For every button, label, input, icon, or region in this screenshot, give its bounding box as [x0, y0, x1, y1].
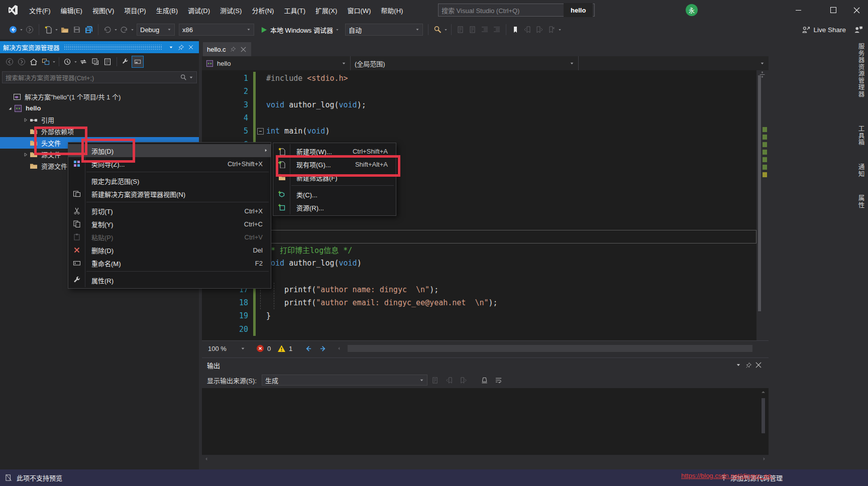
- chevron-down-icon[interactable]: [189, 75, 193, 80]
- navigate-back-icon[interactable]: [304, 343, 312, 353]
- indent-gray-icon[interactable]: [491, 24, 502, 36]
- chevron-down-icon[interactable]: [19, 24, 24, 36]
- watermark-link[interactable]: https://blog.csdn.net/dingyc_ee.: [681, 472, 773, 479]
- output-source-dropdown[interactable]: 生成: [262, 375, 427, 386]
- nav-member-dropdown[interactable]: [579, 56, 769, 70]
- scroll-up-icon[interactable]: [759, 389, 767, 395]
- bookmark-icon[interactable]: [510, 24, 521, 36]
- pin-icon[interactable]: [176, 42, 186, 52]
- tab-hello-c[interactable]: hello.c: [203, 42, 251, 56]
- doc-gray-icon[interactable]: [455, 24, 466, 36]
- chevron-down-icon[interactable]: [52, 60, 56, 64]
- menubar-item-1[interactable]: 编辑(E): [56, 0, 87, 20]
- search-icon[interactable]: [180, 74, 187, 81]
- chevron-down-icon[interactable]: [558, 24, 562, 36]
- output-content[interactable]: [202, 388, 769, 455]
- output-vertical-scrollbar[interactable]: [759, 389, 767, 454]
- bookmark-prev-icon[interactable]: [444, 375, 456, 386]
- live-share-button[interactable]: Live Share: [799, 26, 846, 34]
- forward-icon[interactable]: [24, 24, 35, 36]
- word-wrap-icon[interactable]: [493, 375, 505, 386]
- fold-marker-icon[interactable]: [257, 128, 264, 135]
- home-icon[interactable]: [28, 56, 39, 67]
- indent-gray-icon[interactable]: [479, 24, 490, 36]
- menubar-item-4[interactable]: 生成(B): [151, 0, 183, 20]
- preview-toggle-icon[interactable]: [132, 56, 144, 68]
- expand-arrow-icon[interactable]: [22, 117, 30, 123]
- expand-arrow-icon[interactable]: [22, 152, 30, 157]
- add-submenu-item-4[interactable]: 类(C)...: [273, 188, 396, 201]
- save-icon[interactable]: [71, 24, 82, 36]
- scrollbar-thumb[interactable]: [762, 398, 765, 433]
- close-icon[interactable]: [186, 42, 196, 52]
- collapse-arrow-icon[interactable]: [6, 106, 14, 111]
- chevron-down-icon[interactable]: [733, 360, 743, 370]
- tree-item-3[interactable]: 外部依赖项: [0, 126, 199, 137]
- scroll-left-icon[interactable]: [204, 456, 209, 461]
- undo-icon[interactable]: [102, 24, 113, 36]
- save-all-icon[interactable]: [83, 24, 94, 36]
- context-menu-item-12[interactable]: 属性(R): [68, 274, 271, 287]
- output-horizontal-scrollbar[interactable]: [202, 455, 769, 463]
- window-position-icon[interactable]: [166, 42, 176, 52]
- menubar-item-0[interactable]: 文件(F): [24, 0, 56, 20]
- menubar-item-9[interactable]: 扩展(X): [310, 0, 342, 20]
- redo-icon[interactable]: [119, 24, 130, 36]
- zoom-dropdown[interactable]: 100 %: [208, 343, 245, 353]
- scrollbar-thumb[interactable]: [758, 75, 761, 311]
- solution-explorer-search[interactable]: 搜索解决方案资源管理器(Ctrl+;): [2, 71, 197, 83]
- properties-window-icon[interactable]: [102, 56, 113, 67]
- view-switch-icon[interactable]: [40, 56, 51, 67]
- doc-gray-icon[interactable]: [429, 375, 442, 386]
- feedback-icon[interactable]: [854, 25, 863, 34]
- back-icon[interactable]: [8, 24, 19, 36]
- bookmark-prev-icon[interactable]: [522, 24, 533, 36]
- open-folder-icon[interactable]: [59, 24, 70, 36]
- bookmark-clear-icon[interactable]: [546, 24, 557, 36]
- close-button[interactable]: [845, 0, 868, 20]
- tree-item-1[interactable]: hello: [0, 102, 199, 114]
- menubar-item-10[interactable]: 窗口(W): [342, 0, 376, 20]
- bookmark-next-icon[interactable]: [534, 24, 545, 36]
- nav-scope-dropdown[interactable]: (全局范围): [351, 56, 579, 70]
- autohide-tab-3[interactable]: 属性: [854, 195, 868, 275]
- menubar-item-7[interactable]: 分析(N): [247, 0, 279, 20]
- chevron-down-icon[interactable]: [114, 24, 118, 36]
- sync-icon[interactable]: [78, 56, 89, 67]
- context-menu-item-3[interactable]: 限定为此范围(S): [68, 174, 271, 187]
- context-menu-item-4[interactable]: 新建解决方案资源管理器视图(N): [68, 187, 271, 200]
- editor-scrollbar[interactable]: [756, 70, 769, 340]
- bookmark-next-icon[interactable]: [458, 375, 470, 386]
- clock-icon[interactable]: [62, 56, 73, 67]
- solution-explorer-titlebar[interactable]: 解决方案资源管理器: [0, 41, 199, 53]
- menubar-item-11[interactable]: 帮助(H): [376, 0, 408, 20]
- chevron-down-icon[interactable]: [130, 24, 135, 36]
- chevron-down-icon[interactable]: [54, 24, 59, 36]
- chevron-down-icon[interactable]: [74, 60, 78, 64]
- autohide-tab-0[interactable]: 服务器资源管理器: [854, 43, 868, 124]
- tree-item-0[interactable]: 解决方案"hello"(1 个项目/共 1 个): [0, 91, 199, 102]
- menubar-item-3[interactable]: 项目(P): [119, 0, 151, 20]
- menubar-item-8[interactable]: 工具(T): [279, 0, 310, 20]
- horizontal-scrollbar-thumb[interactable]: [348, 345, 752, 352]
- nav-project-dropdown[interactable]: hello: [202, 56, 351, 70]
- wrench-icon[interactable]: [120, 56, 131, 67]
- collapse-all-icon[interactable]: [90, 56, 101, 67]
- clear-icon[interactable]: [479, 375, 491, 386]
- scroll-right-icon[interactable]: [762, 456, 767, 461]
- context-menu-item-6[interactable]: 剪切(T)Ctrl+X: [68, 204, 271, 217]
- add-submenu-item-5[interactable]: 资源(R)...: [273, 201, 396, 214]
- warning-icon[interactable]: [277, 343, 286, 353]
- context-menu-item-9[interactable]: 删除(D)Del: [68, 244, 271, 257]
- menubar-item-6[interactable]: 测试(S): [215, 0, 247, 20]
- tree-item-2[interactable]: 引用: [0, 114, 199, 126]
- menubar-item-2[interactable]: 视图(V): [87, 0, 119, 20]
- new-file-icon[interactable]: [43, 24, 54, 36]
- close-icon[interactable]: [240, 46, 247, 53]
- platform-dropdown[interactable]: x86: [179, 24, 254, 36]
- close-icon[interactable]: [753, 360, 764, 370]
- minimize-button[interactable]: [787, 0, 810, 20]
- menubar-item-5[interactable]: 调试(D): [183, 0, 215, 20]
- error-icon[interactable]: [256, 343, 264, 353]
- navigate-forward-icon[interactable]: [319, 343, 327, 353]
